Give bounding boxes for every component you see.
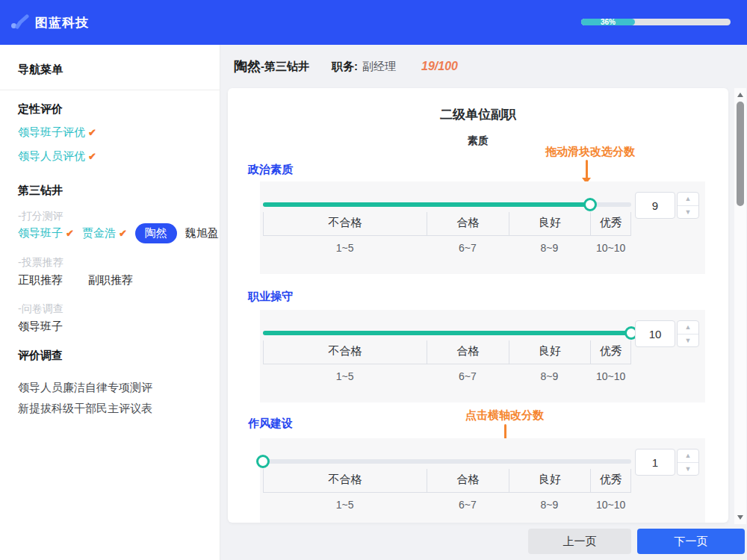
annotation-arrow-down-icon (582, 160, 591, 184)
survey-item-new-cadre[interactable]: 新提拔科级干部民主评议表 (18, 402, 152, 416)
score-spinner: ▲ ▼ (677, 449, 699, 476)
spinner-down-icon[interactable]: ▼ (678, 463, 698, 476)
score-slider: 不合格1~5 合格6~7 良好8~9 优秀10~10 (263, 181, 631, 254)
person-tao-ran-active[interactable]: 陶然 (135, 223, 177, 243)
vote-item-principal[interactable]: 正职推荐 (18, 273, 63, 287)
slider-panel-ethics: 不合格1~5 合格6~7 良好8~9 优秀10~10 ▲ ▼ (260, 310, 705, 402)
group-questionnaire: -问卷调查 (18, 302, 63, 316)
brand-name: 图蓝科技 (35, 14, 89, 31)
grade-cell-excellent[interactable]: 优秀10~10 (590, 340, 631, 382)
person-leader-team[interactable]: 领导班子✔ (18, 226, 74, 240)
grade-cell-good[interactable]: 良好8~9 (509, 469, 591, 511)
progress-fill: 36% (581, 19, 635, 25)
score-input[interactable] (635, 192, 675, 219)
grade-axis: 不合格1~5 合格6~7 良好8~9 优秀10~10 (263, 469, 631, 511)
heading-survey: 评价调查 (18, 349, 63, 363)
score-input[interactable] (635, 320, 675, 347)
top-header: 图蓝科技 36% (0, 0, 747, 45)
slider-label-political: 政治素质 (248, 163, 293, 177)
slider-label-workstyle: 作风建设 (248, 417, 293, 431)
scroll-up-icon[interactable] (734, 90, 746, 100)
check-icon: ✔ (88, 151, 96, 162)
slider-panel-workstyle: 不合格1~5 合格6~7 良好8~9 优秀10~10 ▲ ▼ (260, 438, 705, 523)
vote-row: 正职推荐 副职推荐 (18, 273, 133, 287)
prev-page-button[interactable]: 上一页 (528, 529, 631, 554)
score-input-group: ▲ ▼ (635, 320, 699, 347)
main-area: 陶然 -第三钻井 职务: 副经理 19/100 二级单位副职 素质 拖动滑块改选… (220, 45, 747, 560)
score-slider: 不合格1~5 合格6~7 良好8~9 优秀10~10 (263, 438, 631, 511)
check-icon: ✔ (88, 127, 96, 138)
grade-cell-good[interactable]: 良好8~9 (509, 340, 591, 382)
slider-handle[interactable] (583, 198, 597, 211)
score-spinner: ▲ ▼ (677, 320, 699, 347)
grade-cell-excellent[interactable]: 优秀10~10 (590, 212, 631, 254)
heading-unit: 第三钻井 (18, 184, 63, 198)
slider-track[interactable] (263, 331, 631, 335)
grade-cell-fail[interactable]: 不合格1~5 (263, 212, 427, 254)
annotation-click-axis: 点击横轴改分数 (465, 408, 544, 423)
slider-panel-political: 不合格1~5 合格6~7 良好8~9 优秀10~10 ▲ ▼ (260, 181, 705, 274)
spinner-down-icon[interactable]: ▼ (678, 335, 698, 347)
annotation-drag-slider: 拖动滑块改选分数 (545, 145, 635, 159)
card-subtitle: 素质 (228, 134, 728, 148)
score-person-row: 领导班子✔ 贾金浩✔ 陶然 魏旭盈 (18, 223, 219, 243)
person-jia-jinhao[interactable]: 贾金浩✔ (82, 226, 127, 240)
person-wei-xuying[interactable]: 魏旭盈 (185, 226, 219, 240)
brand-logo-icon (10, 14, 30, 31)
questionnaire-item-leader-team[interactable]: 领导班子 (18, 320, 63, 334)
score-slider: 不合格1~5 合格6~7 良好8~9 优秀10~10 (263, 310, 631, 382)
sidebar-title: 导航菜单 (18, 63, 63, 77)
duty-value: 副经理 (362, 60, 396, 74)
duty-label: 职务: (332, 60, 358, 74)
slider-handle[interactable] (256, 455, 270, 468)
heading-qualitative: 定性评价 (18, 102, 63, 116)
score-input-group: ▲ ▼ (635, 192, 699, 219)
scroll-down-icon[interactable] (734, 512, 746, 523)
spinner-up-icon[interactable]: ▲ (678, 193, 698, 206)
group-vote: -投票推荐 (18, 256, 63, 270)
sidebar-item-leader-person-eval[interactable]: 领导人员评优✔ (18, 149, 96, 164)
grade-axis: 不合格1~5 合格6~7 良好8~9 优秀10~10 (263, 340, 631, 382)
check-icon: ✔ (66, 228, 74, 239)
grade-cell-fail[interactable]: 不合格1~5 (263, 469, 427, 511)
slider-track[interactable] (263, 459, 631, 464)
total-score: 19/100 (421, 60, 458, 73)
slider-label-ethics: 职业操守 (248, 290, 293, 304)
grade-axis: 不合格1~5 合格6~7 良好8~9 优秀10~10 (263, 212, 631, 254)
score-spinner: ▲ ▼ (677, 192, 699, 219)
page: 图蓝科技 36% 导航菜单 定性评价 领导班子评优✔ 领导人员评优✔ 第三钻井 … (0, 0, 747, 560)
progress-bar: 36% (581, 19, 731, 25)
main-header: 陶然 -第三钻井 职务: 副经理 19/100 (234, 45, 458, 88)
sidebar-item-leader-team-eval[interactable]: 领导班子评优✔ (18, 125, 96, 140)
person-unit: -第三钻井 (261, 60, 309, 74)
pager-footer: 上一页 下一页 (220, 523, 747, 560)
sidebar: 导航菜单 定性评价 领导班子评优✔ 领导人员评优✔ 第三钻井 -打分测评 领导班… (0, 45, 220, 560)
grade-cell-pass[interactable]: 合格6~7 (427, 469, 509, 511)
grade-cell-good[interactable]: 良好8~9 (509, 212, 591, 254)
next-page-button[interactable]: 下一页 (637, 529, 745, 554)
grade-cell-pass[interactable]: 合格6~7 (427, 340, 509, 382)
score-input[interactable] (635, 449, 675, 476)
grade-cell-excellent[interactable]: 优秀10~10 (590, 469, 631, 511)
card-scrollbar[interactable] (734, 88, 746, 524)
person-name: 陶然 (234, 57, 261, 75)
vote-item-deputy[interactable]: 副职推荐 (88, 273, 133, 287)
brand: 图蓝科技 (10, 0, 89, 45)
score-input-group: ▲ ▼ (635, 449, 699, 476)
evaluation-card: 二级单位副职 素质 拖动滑块改选分数 直接改分数 点击横轴改分数 政治素质 不合… (228, 88, 728, 523)
card-title: 二级单位副职 (228, 106, 728, 123)
spinner-up-icon[interactable]: ▲ (678, 321, 698, 335)
spinner-up-icon[interactable]: ▲ (678, 449, 698, 463)
grade-cell-pass[interactable]: 合格6~7 (427, 212, 509, 254)
group-score-eval: -打分测评 (18, 210, 63, 223)
check-icon: ✔ (119, 228, 127, 239)
scrollbar-thumb[interactable] (737, 102, 744, 206)
spinner-down-icon[interactable]: ▼ (678, 206, 698, 219)
progress-label: 36% (581, 18, 635, 26)
survey-item-integrity[interactable]: 领导人员廉洁自律专项测评 (18, 381, 152, 395)
slider-fill (263, 202, 590, 207)
slider-fill (263, 331, 631, 335)
sidebar-divider (0, 90, 220, 90)
slider-track[interactable] (263, 202, 631, 207)
grade-cell-fail[interactable]: 不合格1~5 (263, 340, 427, 382)
